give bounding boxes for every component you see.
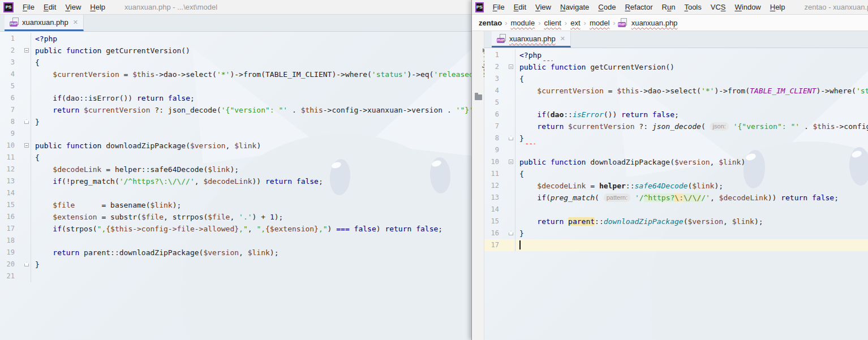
menu-file[interactable]: File [18,0,39,15]
code-line-16[interactable]: 16 $extension = substr($file, strrpos($f… [0,211,471,223]
line-number: 15 [485,216,499,227]
code-pane: 1<?php2public function getCurrentVersion… [0,32,471,282]
code-line-20[interactable]: 20} [0,259,471,270]
code-line-13[interactable]: 13 if(!preg_match('/^https?\:\/\//', $de… [0,175,471,187]
gutter: 14 [0,187,31,199]
code-line-7[interactable]: 7 return $currentVersion ?: json_decode(… [484,120,868,132]
code-line-15[interactable]: 15 return parent::downloadZipPackage($ve… [484,216,868,227]
code-line-3[interactable]: 3{ [484,73,868,85]
code-line-15[interactable]: 15 $file = basename($link); [0,199,471,211]
code-line-7[interactable]: 7 return $currentVersion ?: json_decode(… [0,104,471,116]
breadcrumb-item-xuanxuan-php[interactable]: xuanxuan.php [631,19,678,27]
breadcrumb-item-model[interactable]: model [590,19,609,27]
gutter: 6 [0,92,31,104]
code-text [31,80,471,92]
menu-file[interactable]: File [488,0,509,15]
tab-xuanxuan-php[interactable]: PHP xuanxuan.php ✕ [5,15,84,31]
code-line-19[interactable]: 19 return parent::downloadZipPackage($ve… [0,247,471,259]
fold-start-icon[interactable] [24,48,29,53]
fold-start-icon[interactable] [509,64,513,69]
breadcrumb-item-module[interactable]: module [511,19,535,27]
code-line-5[interactable]: 5 [0,80,471,92]
tab-close-icon[interactable]: ✕ [560,35,565,42]
code-line-8[interactable]: 8} [484,132,868,144]
editor-area[interactable]: 1<?php2public function getCurrentVersion… [0,32,471,340]
line-number: 4 [1,68,15,80]
code-line-16[interactable]: 16} [484,227,868,239]
code-line-4[interactable]: 4 $currentVersion = $this->dao->select('… [0,68,471,80]
project-tool-window-button[interactable]: 1: Project [472,35,484,100]
editor-area[interactable]: 1<?php 2public function getCurrentVersio… [484,48,868,340]
code-line-17[interactable]: 17 if(strpos(",{$this->config->file->all… [0,223,471,235]
menu-view[interactable]: View [61,0,85,15]
code-line-5[interactable]: 5 [484,97,868,109]
line-number: 12 [485,180,499,192]
fold-end-icon[interactable] [509,136,513,140]
code-line-18[interactable]: 18 [0,235,471,247]
code-text: public function getCurrentVersion() [31,45,471,57]
code-line-12[interactable]: 12 $decodeLink = helper::safe64Decode($l… [0,163,471,175]
menu-vcs[interactable]: VCS [706,0,731,15]
code-line-9[interactable]: 9 [0,128,471,140]
menu-window[interactable]: Window [731,0,766,15]
code-line-12[interactable]: 12 $decodeLink = helper::safe64Decode($l… [484,180,868,192]
menu-refactor[interactable]: Refactor [620,0,657,15]
breadcrumb-item-ext[interactable]: ext [570,19,580,27]
code-line-10[interactable]: 10public function downloadZipPackage($ve… [484,156,868,168]
code-line-11[interactable]: 11{ [484,168,868,180]
menu-edit[interactable]: Edit [39,0,61,15]
code-text: if(dao::isError()) return false; [515,109,868,120]
fold-start-icon[interactable] [24,143,29,148]
code-text [515,97,868,109]
tab-xuanxuan-php[interactable]: PHP xuanxuan.php ✕ [492,31,571,48]
gutter: 5 [484,97,515,109]
menu-help[interactable]: Help [766,0,790,15]
code-line-14[interactable]: 14 [484,204,868,216]
code-line-6[interactable]: 6 if(dao::isError()) return false; [0,92,471,104]
code-text [515,239,868,251]
tool-window-stripe: 1: Project [472,31,484,340]
code-line-1[interactable]: 1<?php [484,49,868,61]
line-number: 8 [1,116,15,128]
code-line-9[interactable]: 9 [484,144,868,156]
tab-close-icon[interactable]: ✕ [73,19,78,26]
fold-end-icon[interactable] [24,119,29,124]
parameter-hint: pattern: [604,193,630,202]
code-line-1[interactable]: 1<?php [0,33,471,45]
breadcrumb-item-zentao[interactable]: zentao [479,19,502,27]
menu-tools[interactable]: Tools [680,0,706,15]
fold-end-icon[interactable] [24,262,29,266]
menu-view[interactable]: View [531,0,556,15]
line-number: 14 [1,187,15,199]
line-number: 18 [1,235,15,247]
menu-run[interactable]: Run [658,0,680,15]
fold-end-icon[interactable] [509,231,513,235]
code-line-2[interactable]: 2public function getCurrentVersion() [484,61,868,73]
code-line-21[interactable]: 21 [0,270,471,282]
code-line-8[interactable]: 8} [0,116,471,128]
folder-icon [475,94,482,100]
gutter: 17 [484,239,515,251]
breadcrumb-item-client[interactable]: client [544,19,561,27]
menu-help[interactable]: Help [85,0,110,15]
menu-edit[interactable]: Edit [509,0,531,15]
code-line-6[interactable]: 6 if(dao::isError()) return false; [484,109,868,120]
code-line-4[interactable]: 4 $currentVersion = $this->dao->select('… [484,85,868,97]
code-text [515,204,868,216]
menu-navigate[interactable]: Navigate [556,0,594,15]
code-line-3[interactable]: 3{ [0,57,471,68]
chevron-right-icon: › [613,19,615,27]
line-number: 9 [485,144,499,156]
gutter: 19 [0,247,31,259]
code-line-13[interactable]: 13 if(preg_match( pattern: '/^https?\:\/… [484,192,868,204]
line-number: 16 [1,211,15,223]
code-line-10[interactable]: 10public function downloadZipPackage($ve… [0,140,471,152]
code-line-2[interactable]: 2public function getCurrentVersion() [0,45,471,57]
code-line-17[interactable]: 17 [484,239,868,251]
gutter: 10 [484,156,515,168]
code-line-11[interactable]: 11{ [0,152,471,163]
menu-code[interactable]: Code [594,0,620,15]
code-line-14[interactable]: 14 [0,187,471,199]
line-number: 5 [485,97,499,109]
fold-start-icon[interactable] [509,160,513,164]
